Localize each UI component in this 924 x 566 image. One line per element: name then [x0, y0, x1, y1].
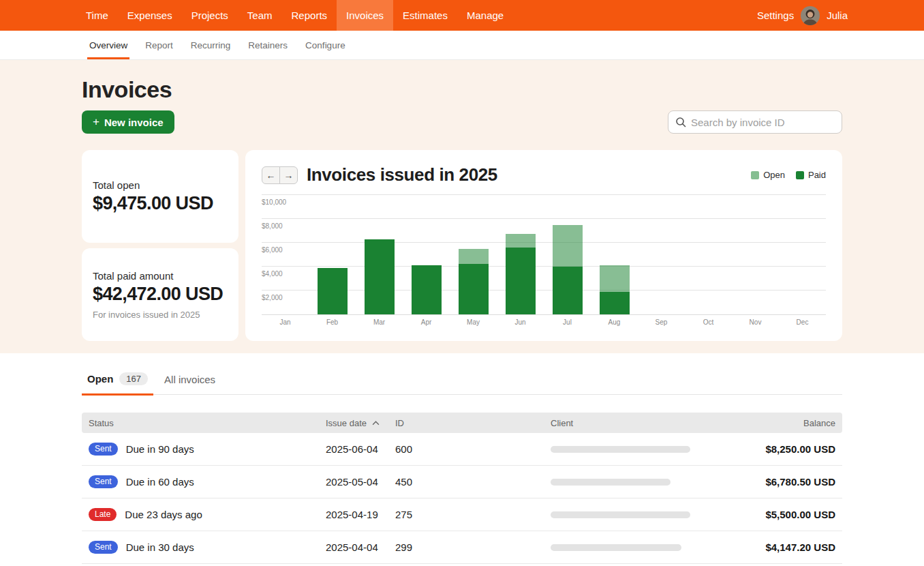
- bar-stack: [412, 265, 442, 314]
- column-header-client[interactable]: Client: [551, 418, 699, 428]
- topnav-item-reports[interactable]: Reports: [282, 0, 337, 31]
- bar-stack: [365, 239, 395, 314]
- open-bar-segment[interactable]: [553, 225, 583, 267]
- paid-bar-segment[interactable]: [412, 265, 442, 314]
- tab-open-label: Open: [87, 373, 113, 385]
- topnav-item-time[interactable]: Time: [76, 0, 118, 31]
- paid-bar-segment[interactable]: [459, 264, 489, 314]
- total-open-card: Total open $9,475.00 USD: [82, 150, 238, 243]
- invoices-table: StatusIssue dateIDClientBalance SentDue …: [82, 413, 842, 564]
- user-name-link[interactable]: Julia: [827, 10, 848, 21]
- topnav-item-manage[interactable]: Manage: [457, 0, 513, 31]
- open-bar-segment[interactable]: [600, 265, 630, 292]
- total-paid-label: Total paid amount: [93, 270, 228, 282]
- topnav-item-estimates[interactable]: Estimates: [393, 0, 457, 31]
- bar-slot-nov: [732, 195, 779, 314]
- tab-open[interactable]: Open 167: [82, 372, 153, 396]
- plus-icon: +: [93, 115, 99, 129]
- column-header-label: ID: [395, 418, 404, 428]
- column-header-label: Balance: [803, 418, 835, 428]
- subnav-item-retainers[interactable]: Retainers: [246, 31, 290, 59]
- table-row[interactable]: SentDue in 60 days2025-05-04450$6,780.50…: [82, 466, 842, 498]
- subnav-item-report[interactable]: Report: [143, 31, 175, 59]
- table-row[interactable]: SentDue in 30 days2025-04-04299$4,147.20…: [82, 531, 842, 564]
- issue-date-cell: 2025-04-19: [326, 509, 395, 520]
- page-title: Invoices: [82, 76, 842, 103]
- column-header-issue-date[interactable]: Issue date: [326, 418, 395, 428]
- bar-stack: [600, 265, 630, 314]
- x-tick-label: Jul: [544, 318, 591, 326]
- invoice-id-cell: 275: [395, 509, 551, 520]
- due-text: Due in 90 days: [126, 443, 194, 455]
- balance-cell: $8,250.00 USD: [699, 443, 842, 455]
- dashboard-row: Total open $9,475.00 USD Total paid amou…: [82, 150, 842, 341]
- actions-row: + New invoice: [82, 110, 842, 134]
- column-header-id[interactable]: ID: [395, 418, 551, 428]
- column-header-label: Status: [89, 418, 114, 428]
- bar-slot-jul: [544, 195, 591, 314]
- client-cell: [551, 541, 699, 553]
- x-tick-label: Dec: [779, 318, 826, 326]
- tab-all-invoices[interactable]: All invoices: [159, 374, 221, 396]
- chart-plot-area: $2,000$4,000$6,000$8,000$10,000: [262, 195, 826, 314]
- subnav-item-overview[interactable]: Overview: [87, 31, 129, 59]
- paid-bar-segment[interactable]: [600, 292, 630, 314]
- paid-bar-segment[interactable]: [553, 267, 583, 314]
- subnav-item-configure[interactable]: Configure: [303, 31, 348, 59]
- legend-open-label: Open: [763, 170, 785, 180]
- bar-stack: [553, 225, 583, 314]
- topnav-item-invoices[interactable]: Invoices: [337, 0, 393, 31]
- balance-cell: $5,500.00 USD: [699, 509, 842, 520]
- paid-bar-segment[interactable]: [506, 248, 536, 314]
- search-input[interactable]: [691, 117, 835, 128]
- user-avatar[interactable]: [801, 6, 820, 25]
- chart-legend: Open Paid: [751, 170, 826, 180]
- legend-paid-swatch: [796, 171, 804, 179]
- issue-date-cell: 2025-04-04: [326, 541, 395, 553]
- open-bar-segment[interactable]: [506, 234, 536, 248]
- client-cell: [551, 443, 699, 455]
- bar-slot-feb: [309, 195, 356, 314]
- chart-x-axis: JanFebMarAprMayJunJulAugSepOctNovDec: [262, 314, 826, 326]
- search-icon: [675, 117, 686, 128]
- bar-slot-sep: [638, 195, 685, 314]
- search-box[interactable]: [668, 110, 842, 134]
- x-tick-label: May: [450, 318, 497, 326]
- column-header-balance[interactable]: Balance: [699, 418, 842, 428]
- sort-ascending-icon: [372, 421, 380, 426]
- bar-stack: [318, 268, 348, 314]
- bar-slot-oct: [685, 195, 732, 314]
- bars-layer: [262, 195, 826, 314]
- table-row[interactable]: SentDue in 90 days2025-06-04600$8,250.00…: [82, 433, 842, 466]
- status-badge: Sent: [89, 475, 118, 488]
- status-cell: SentDue in 30 days: [82, 541, 326, 554]
- total-paid-value: $42,472.00 USD: [93, 284, 228, 305]
- new-invoice-button[interactable]: + New invoice: [82, 110, 174, 134]
- paid-bar-segment[interactable]: [365, 239, 395, 314]
- topnav-item-team[interactable]: Team: [238, 0, 282, 31]
- paid-bar-segment[interactable]: [318, 268, 348, 314]
- total-paid-card: Total paid amount $42,472.00 USD For inv…: [82, 248, 238, 341]
- x-tick-label: Sep: [638, 318, 685, 326]
- chart-prev-year-button[interactable]: ←: [262, 166, 280, 184]
- bar-slot-may: [450, 195, 497, 314]
- table-body: SentDue in 90 days2025-06-04600$8,250.00…: [82, 433, 842, 564]
- chart-next-year-button[interactable]: →: [279, 166, 298, 184]
- summary-cards-column: Total open $9,475.00 USD Total paid amou…: [82, 150, 238, 341]
- invoice-id-cell: 600: [395, 443, 551, 455]
- chart-title: Invoices issued in 2025: [307, 164, 497, 185]
- x-tick-label: Mar: [356, 318, 403, 326]
- bar-stack: [459, 249, 489, 314]
- bar-slot-jun: [497, 195, 544, 314]
- bar-slot-aug: [591, 195, 638, 314]
- x-tick-label: Oct: [685, 318, 732, 326]
- topnav-item-expenses[interactable]: Expenses: [118, 0, 182, 31]
- subnav-item-recurring[interactable]: Recurring: [189, 31, 233, 59]
- settings-link[interactable]: Settings: [757, 10, 794, 21]
- client-cell: [551, 509, 699, 520]
- new-invoice-label: New invoice: [104, 117, 164, 128]
- table-row[interactable]: LateDue 23 days ago2025-04-19275$5,500.0…: [82, 498, 842, 531]
- topnav-item-projects[interactable]: Projects: [182, 0, 238, 31]
- open-bar-segment[interactable]: [459, 249, 489, 264]
- column-header-status[interactable]: Status: [82, 418, 326, 428]
